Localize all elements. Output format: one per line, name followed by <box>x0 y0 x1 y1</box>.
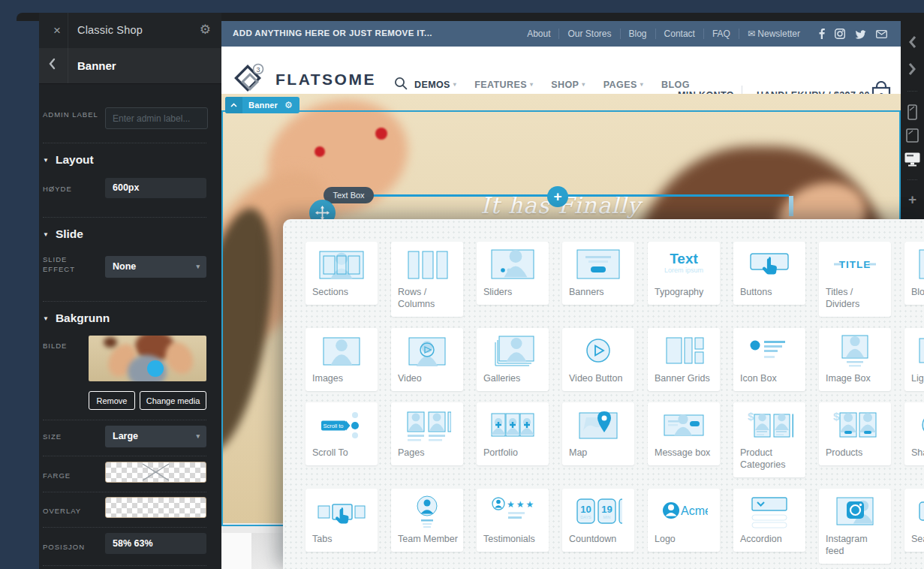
tile-label: Product Categories <box>733 443 805 477</box>
sections-icon <box>318 248 366 282</box>
element-tile-typography[interactable]: TextLorem ipsumTypography <box>648 242 720 305</box>
element-tile-titles-dividers[interactable]: TITLETitles / Dividers <box>819 242 891 317</box>
tile-label: Banner Grids <box>648 369 720 391</box>
element-tile-accordion[interactable]: Accordion <box>733 489 805 552</box>
element-tile-rows-columns[interactable]: Rows / Columns <box>391 242 463 317</box>
social-icons <box>819 29 887 39</box>
section-layout[interactable]: ▼Layout <box>43 153 94 167</box>
element-tile-portfolio[interactable]: Portfolio <box>477 402 549 465</box>
element-tile-banner-grids[interactable]: Banner Grids <box>648 328 720 391</box>
overlay-swatch[interactable] <box>105 497 206 518</box>
element-tile-sha-ico[interactable]: Sha ico <box>904 402 924 465</box>
element-tile-message-box[interactable]: Message box <box>648 402 720 465</box>
change-media-button[interactable]: Change media <box>140 391 206 410</box>
desktop-icon[interactable] <box>901 152 924 170</box>
move-arrows-icon <box>315 206 330 220</box>
chevron-down-icon: ▾ <box>196 426 200 447</box>
tile-label: Images <box>305 369 378 391</box>
tile-label: Sha ico <box>904 443 924 465</box>
back-chevron-icon[interactable] <box>48 58 66 74</box>
element-tile-sea[interactable]: Sea <box>904 489 924 552</box>
element-tile-video-button[interactable]: Video Button <box>562 328 634 391</box>
tile-label: Galleries <box>477 369 549 391</box>
image-box-icon <box>831 334 879 369</box>
element-tile-sliders[interactable]: Sliders <box>477 242 549 305</box>
element-tile-lig[interactable]: Lig <box>904 328 924 391</box>
position-field[interactable]: 58% 63% <box>105 533 206 554</box>
svg-text:Lorem ipsum: Lorem ipsum <box>664 266 703 274</box>
nav-item-demos[interactable]: DEMOS▾ <box>414 80 456 90</box>
element-tile-video[interactable]: Video <box>391 328 463 391</box>
element-tile-blo[interactable]: Blo <box>904 242 924 305</box>
nav-item-blog[interactable]: BLOG <box>661 80 690 90</box>
topbar-link-our-stores[interactable]: Our Stores <box>559 29 619 39</box>
tile-label: Sections <box>305 282 378 305</box>
element-tile-tabs[interactable]: Tabs <box>305 489 378 552</box>
element-tile-team-member[interactable]: Team Member <box>391 489 463 552</box>
element-tile-image-box[interactable]: Image Box <box>819 328 891 391</box>
topbar-link-faq[interactable]: FAQ <box>704 29 739 39</box>
gear-icon[interactable]: ⚙ <box>200 22 211 38</box>
element-tile-logo[interactable]: AcmeLogo <box>648 489 720 552</box>
section-background[interactable]: ▼Bakgrunn <box>43 312 110 325</box>
instagram-feed-icon <box>831 495 879 529</box>
nav-item-features[interactable]: FEATURES▾ <box>474 80 533 90</box>
plus-icon[interactable]: + <box>901 191 924 208</box>
color-swatch[interactable] <box>105 462 206 483</box>
topbar-link-newsletter[interactable]: ✉ Newsletter <box>739 29 808 39</box>
topbar-message[interactable]: ADD ANYTHING HERE OR JUST REMOVE IT... <box>233 29 432 38</box>
divider <box>43 565 206 566</box>
phone-icon[interactable] <box>901 104 924 123</box>
site-logo[interactable]: 3 FLATSOME <box>233 63 376 96</box>
topbar-link-about[interactable]: About <box>519 29 558 39</box>
admin-label-input[interactable] <box>106 108 207 128</box>
tablet-icon[interactable] <box>901 128 924 146</box>
element-tile-countdown[interactable]: 10DAYS19MINCountdown <box>562 489 634 552</box>
instagram-icon[interactable] <box>835 29 845 39</box>
tile-label: Accordion <box>733 529 805 552</box>
topbar-link-contact[interactable]: Contact <box>656 29 703 39</box>
background-image-thumbnail[interactable] <box>89 336 206 381</box>
typography-icon: TextLorem ipsum <box>660 248 708 282</box>
email-icon[interactable] <box>876 30 887 38</box>
collapse-chevron-icon[interactable] <box>225 97 242 113</box>
element-tile-products[interactable]: $Products <box>819 402 891 465</box>
facebook-icon[interactable] <box>819 29 825 39</box>
banner-grids-icon <box>660 334 708 369</box>
slide-effect-select[interactable]: None▾ <box>105 256 206 278</box>
height-field[interactable]: 600px <box>105 178 206 198</box>
element-tile-galleries[interactable]: Galleries <box>477 328 549 391</box>
close-icon[interactable]: × <box>47 23 68 39</box>
topbar-link-blog[interactable]: Blog <box>621 29 655 39</box>
buttons-icon <box>745 248 793 282</box>
search-icon[interactable] <box>394 77 408 90</box>
element-tile-banners[interactable]: Banners <box>562 242 634 305</box>
nail-polish-dot <box>315 146 325 157</box>
element-tile-scroll-to[interactable]: Scroll toScroll To <box>305 402 378 465</box>
nav-item-pages[interactable]: PAGES▾ <box>603 80 643 90</box>
element-tile-images[interactable]: Images <box>305 328 378 391</box>
focal-point-dot[interactable] <box>147 360 164 377</box>
element-tile-product-categories[interactable]: $Product Categories <box>733 402 805 477</box>
size-select[interactable]: Large▾ <box>105 426 206 447</box>
twitter-icon[interactable] <box>855 29 866 39</box>
element-chip-banner[interactable]: Banner ⚙ <box>225 97 299 113</box>
nav-item-shop[interactable]: SHOP▾ <box>551 80 585 90</box>
element-tile-pages[interactable]: Pages <box>391 402 463 465</box>
element-tile-sections[interactable]: Sections <box>305 242 378 305</box>
tile-label: Tabs <box>305 529 378 552</box>
chevron-left-icon[interactable] <box>901 35 924 52</box>
element-tile-instagram-feed[interactable]: Instagram feed <box>819 489 891 564</box>
gear-icon[interactable]: ⚙ <box>284 100 299 110</box>
remove-button[interactable]: Remove <box>89 391 135 410</box>
envelope-icon: ✉ <box>748 29 757 39</box>
section-slide[interactable]: ▼Slide <box>43 227 83 241</box>
add-element-button[interactable]: + <box>547 186 568 207</box>
element-tile-testimonials[interactable]: ★★★Testimonials <box>477 489 549 552</box>
svg-text:Text: Text <box>670 251 698 266</box>
chevron-right-icon[interactable] <box>901 62 924 79</box>
element-tile-buttons[interactable]: Buttons <box>733 242 805 305</box>
flatsome-logo-icon: 3 <box>233 63 267 96</box>
element-tile-icon-box[interactable]: Icon Box <box>733 328 805 391</box>
element-tile-map[interactable]: Map <box>562 402 634 465</box>
